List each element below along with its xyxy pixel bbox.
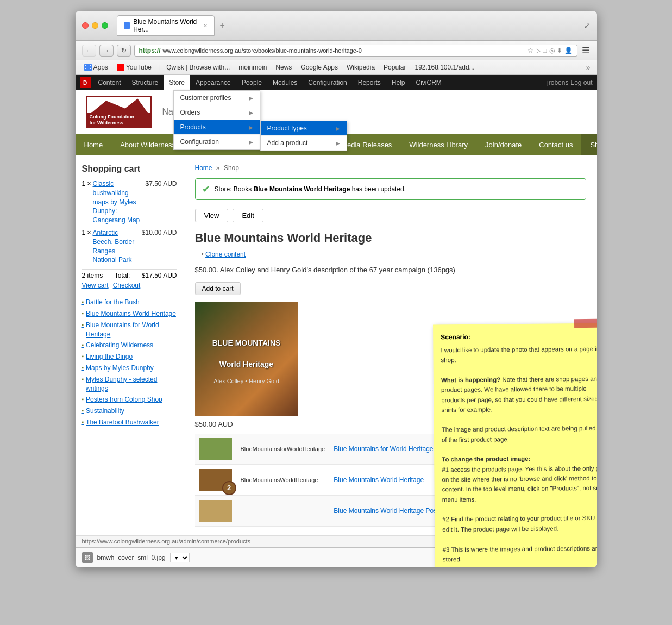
- tab-bar: Blue Mountains World Her... × +: [117, 15, 580, 36]
- nav-contact-us[interactable]: Contact us: [530, 134, 581, 155]
- view-cart-link[interactable]: View cart: [82, 282, 109, 289]
- forward-button[interactable]: →: [99, 45, 114, 57]
- nav-join-donate[interactable]: Join/donate: [476, 134, 530, 155]
- bookmark-moinmoin[interactable]: moinmoin: [236, 62, 269, 72]
- table-name-1[interactable]: Blue Mountains World Heritage: [334, 476, 424, 484]
- bookmark-wikipedia[interactable]: Wikipedia: [344, 62, 377, 72]
- new-tab-button[interactable]: +: [217, 20, 228, 32]
- sidebar-link-5[interactable]: Maps by Myles Dunphy: [82, 364, 177, 373]
- submenu-add-product[interactable]: Add a product ▶: [261, 136, 347, 151]
- admin-right: jrobens Log out: [547, 79, 592, 86]
- profile-icon[interactable]: 👤: [564, 47, 573, 54]
- admin-nav-people[interactable]: People: [236, 75, 267, 90]
- minimize-button[interactable]: [92, 22, 98, 29]
- maximize-button[interactable]: [102, 22, 108, 29]
- table-name-0[interactable]: Blue Mountains for World Heritage: [334, 445, 433, 453]
- breadcrumb-home[interactable]: Home: [195, 164, 212, 172]
- cart-total-label: Total:: [115, 272, 130, 279]
- active-tab[interactable]: Blue Mountains World Her... ×: [117, 15, 215, 36]
- submenu-product-types[interactable]: Product types ▶: [261, 121, 347, 136]
- sidebar-link-9[interactable]: The Barefoot Bushwalker: [82, 418, 177, 427]
- sidebar-link-7[interactable]: Posters from Colong Shop: [82, 395, 177, 404]
- bookmark-icon[interactable]: ☆: [527, 47, 533, 54]
- admin-nav-configuration[interactable]: Configuration: [303, 75, 352, 90]
- view-button[interactable]: View: [195, 209, 229, 222]
- cart-item-name-2[interactable]: Antarctic Beech, Border Ranges National …: [93, 228, 140, 265]
- download-action-select[interactable]: ▾: [170, 553, 190, 562]
- admin-nav-modules[interactable]: Modules: [267, 75, 303, 90]
- nav-home[interactable]: Home: [76, 134, 112, 155]
- cart-total: $17.50 AUD: [142, 272, 177, 279]
- product-image-line2: World Heritage: [207, 354, 286, 374]
- bookmarks-more-icon[interactable]: »: [586, 63, 591, 72]
- download-icon[interactable]: ⬇: [557, 47, 562, 54]
- sidebar-link-1[interactable]: Blue Mountains World Heritage: [82, 309, 177, 318]
- apps-label: Apps: [93, 64, 108, 71]
- admin-logout[interactable]: Log out: [570, 79, 592, 86]
- store-menu: Customer profiles ▶ Orders ▶ Products ▶ …: [173, 90, 260, 150]
- product-description: $50.00. Alex Colley and Henry Gold's des…: [195, 265, 586, 276]
- cart-item-price-2: $10.00 AUD: [142, 228, 177, 265]
- admin-nav-help[interactable]: Help: [386, 75, 411, 90]
- close-button[interactable]: [82, 22, 89, 29]
- cart-item-name-1[interactable]: Classic bushwalking maps by Myles Dunphy…: [93, 179, 143, 225]
- sidebar-link-0[interactable]: Battle for the Bush: [82, 298, 177, 307]
- arrow-icon: ▶: [249, 139, 253, 145]
- update-text: Store: Books Blue Mountains World Herita…: [215, 185, 406, 193]
- admin-nav-structure[interactable]: Structure: [127, 75, 164, 90]
- admin-logo[interactable]: D: [80, 77, 91, 88]
- address-protocol: https://: [139, 47, 161, 54]
- cart-section: Shopping cart 1 × Classic bushwalking ma…: [82, 164, 177, 289]
- bookmark-apps[interactable]: ⋮⋮ Apps: [82, 62, 110, 72]
- back-button[interactable]: ←: [82, 45, 96, 57]
- admin-nav-reports[interactable]: Reports: [353, 75, 386, 90]
- bookmark-youtube[interactable]: YouTube: [115, 62, 154, 72]
- nav-shop[interactable]: Shop: [581, 134, 596, 155]
- nav-wilderness-library[interactable]: Wilderness Library: [400, 134, 476, 155]
- ip-label: 192.168.100.1/add...: [414, 64, 474, 71]
- sidebar-link-3[interactable]: Celebrating Wilderness: [82, 341, 177, 350]
- badge-circle: 2: [222, 481, 236, 495]
- refresh-button[interactable]: ↻: [117, 45, 131, 57]
- sidebar: Shopping cart 1 × Classic bushwalking ma…: [76, 155, 184, 535]
- expand-icon[interactable]: ⤢: [584, 21, 591, 30]
- admin-nav-appearance[interactable]: Appearance: [190, 75, 236, 90]
- site-logo[interactable]: Colong Foundation for Wilderness: [86, 96, 152, 128]
- table-thumbnail-2: [199, 500, 232, 522]
- menu-customer-profiles[interactable]: Customer profiles ▶: [174, 91, 260, 105]
- address-bar[interactable]: https:// www.colongwilderness.org.au/sto…: [134, 45, 577, 57]
- sidebar-link-2[interactable]: Blue Mountains for World Heritage: [82, 321, 177, 339]
- screenshot-icon[interactable]: □: [543, 47, 547, 54]
- popular-label: Popular: [384, 64, 406, 71]
- checkout-link[interactable]: Checkout: [113, 282, 141, 289]
- sidebar-link-4[interactable]: Living the Dingo: [82, 352, 177, 361]
- arrow-icon: ▶: [336, 126, 340, 132]
- zoom-icon[interactable]: ◎: [549, 47, 555, 54]
- sidebar-link-6[interactable]: Myles Dunphy - selected writings: [82, 375, 177, 393]
- tab-close-icon[interactable]: ×: [204, 22, 207, 29]
- admin-menu: D Content Structure Store Appearance Peo…: [76, 75, 597, 90]
- admin-nav-civicrm[interactable]: CiviCRM: [410, 75, 447, 90]
- browser-menu-button[interactable]: ☰: [581, 44, 591, 57]
- sidebar-link-8[interactable]: Sustainability: [82, 407, 177, 416]
- menu-configuration[interactable]: Configuration ▶: [174, 135, 260, 149]
- edit-button[interactable]: Edit: [233, 209, 263, 222]
- admin-nav-content[interactable]: Content: [93, 75, 127, 90]
- check-icon: ✔: [202, 183, 210, 195]
- admin-username[interactable]: jrobens: [547, 79, 568, 86]
- bookmark-news[interactable]: News: [273, 62, 294, 72]
- table-name-2[interactable]: Blue Mountains World Heritage Poster: [334, 507, 444, 515]
- cart-qty-2: 1 ×: [82, 228, 91, 265]
- sticky-scenario-label: Scenario:: [441, 331, 597, 342]
- menu-orders[interactable]: Orders ▶: [174, 105, 260, 120]
- admin-nav-store[interactable]: Store: [164, 75, 190, 90]
- clone-link[interactable]: Clone content: [205, 251, 246, 258]
- address-url: www.colongwilderness.org.au/store/books/…: [163, 47, 526, 54]
- bookmark-qwisk[interactable]: Qwisk | Browse with...: [164, 62, 232, 72]
- bookmark-popular[interactable]: Popular: [381, 62, 408, 72]
- menu-products[interactable]: Products ▶: [174, 120, 260, 135]
- bookmark-google-apps[interactable]: Google Apps: [298, 62, 340, 72]
- add-to-cart-button[interactable]: Add to cart: [195, 282, 241, 295]
- cast-icon[interactable]: ▷: [536, 47, 541, 54]
- bookmark-ip[interactable]: 192.168.100.1/add...: [412, 62, 476, 72]
